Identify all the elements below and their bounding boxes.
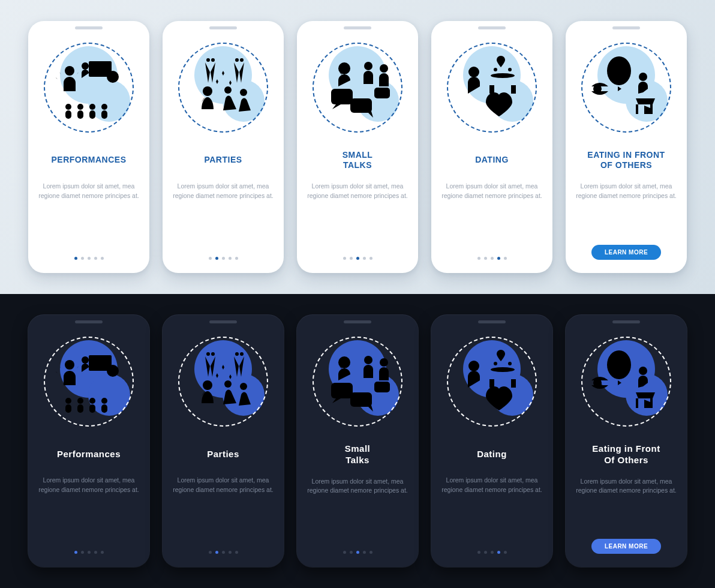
screen-description: Lorem ipsum dolor sit amet, mea regione … <box>307 182 408 201</box>
page-dot[interactable] <box>235 257 238 260</box>
page-dot[interactable] <box>484 551 487 554</box>
onboarding-screen-0: PerformancesLorem ipsum dolor sit amet, … <box>28 315 149 567</box>
page-dot[interactable] <box>356 551 359 554</box>
page-dot[interactable] <box>215 257 218 260</box>
onboarding-screen-1: PartiesLorem ipsum dolor sit amet, mea r… <box>163 315 284 567</box>
page-dots <box>343 551 372 554</box>
parties-icon <box>178 43 268 133</box>
page-dot[interactable] <box>229 551 232 554</box>
page-dot[interactable] <box>209 257 212 260</box>
screen-description: Lorem ipsum dolor sit amet, mea regione … <box>441 476 543 495</box>
phone-notch <box>478 26 506 29</box>
screen-description: Lorem ipsum dolor sit amet, mea regione … <box>172 182 274 201</box>
onboarding-screen-3: DatingLorem ipsum dolor sit amet, mea re… <box>431 315 552 567</box>
phone-notch <box>344 320 371 323</box>
small-talks-icon <box>313 337 402 427</box>
page-dot[interactable] <box>88 551 91 554</box>
learn-more-button[interactable]: LEARN MORE <box>591 539 661 554</box>
screen-title: PERFORMANCES <box>51 149 126 171</box>
page-dot[interactable] <box>94 551 97 554</box>
phone-notch <box>612 320 640 323</box>
screen-title: Performances <box>57 443 121 465</box>
screen-title: Small Talks <box>345 443 371 466</box>
screen-title: EATING IN FRONT OF OTHERS <box>587 149 665 171</box>
phone-notch <box>209 26 237 29</box>
onboarding-screen-2: SMALL TALKSLorem ipsum dolor sit amet, m… <box>297 21 418 273</box>
screen-description: Lorem ipsum dolor sit amet, mea regione … <box>575 477 677 496</box>
page-dot[interactable] <box>497 257 500 260</box>
page-dots <box>209 551 238 554</box>
onboarding-screen-4: Eating in Front Of OthersLorem ipsum dol… <box>566 315 687 567</box>
onboarding-screen-3: DATINGLorem ipsum dolor sit amet, mea re… <box>431 21 552 273</box>
page-dot[interactable] <box>343 257 346 260</box>
page-dot[interactable] <box>74 257 77 260</box>
page-dot[interactable] <box>369 257 372 260</box>
eating-icon <box>581 337 671 427</box>
phone-notch <box>612 26 640 29</box>
onboarding-row-dark: PerformancesLorem ipsum dolor sit amet, … <box>0 294 715 588</box>
onboarding-screen-1: PARTIESLorem ipsum dolor sit amet, mea r… <box>163 21 284 273</box>
page-dot[interactable] <box>222 257 225 260</box>
screen-title: DATING <box>475 149 509 171</box>
eating-icon <box>581 43 671 133</box>
onboarding-row-light: PERFORMANCESLorem ipsum dolor sit amet, … <box>0 0 715 294</box>
page-dots <box>477 257 507 260</box>
page-dots <box>343 257 372 260</box>
page-dot[interactable] <box>363 551 366 554</box>
phone-notch <box>209 320 237 323</box>
screen-description: Lorem ipsum dolor sit amet, mea regione … <box>172 476 274 495</box>
page-dots <box>209 257 238 260</box>
page-dot[interactable] <box>229 257 232 260</box>
page-dot[interactable] <box>363 257 366 260</box>
page-dot[interactable] <box>350 257 353 260</box>
page-dots <box>477 551 507 554</box>
page-dot[interactable] <box>497 551 500 554</box>
screen-title: Eating in Front Of Others <box>592 443 660 466</box>
page-dot[interactable] <box>350 551 353 554</box>
phone-notch <box>344 26 371 29</box>
parties-icon <box>178 337 268 427</box>
page-dot[interactable] <box>491 551 494 554</box>
page-dot[interactable] <box>101 257 104 260</box>
page-dot[interactable] <box>81 551 84 554</box>
page-dots <box>74 551 104 554</box>
page-dot[interactable] <box>215 551 218 554</box>
page-dot[interactable] <box>356 257 359 260</box>
page-dot[interactable] <box>484 257 487 260</box>
page-dot[interactable] <box>477 551 480 554</box>
page-dot[interactable] <box>504 257 507 260</box>
screen-description: Lorem ipsum dolor sit amet, mea regione … <box>575 182 677 201</box>
screen-description: Lorem ipsum dolor sit amet, mea regione … <box>38 182 140 201</box>
page-dot[interactable] <box>504 551 507 554</box>
page-dot[interactable] <box>74 551 77 554</box>
screen-description: Lorem ipsum dolor sit amet, mea regione … <box>307 477 408 496</box>
phone-notch <box>75 26 103 29</box>
screen-title: Parties <box>207 443 239 465</box>
page-dot[interactable] <box>491 257 494 260</box>
screen-title: Dating <box>477 443 507 465</box>
page-dot[interactable] <box>222 551 225 554</box>
learn-more-button[interactable]: LEARN MORE <box>591 245 661 260</box>
page-dots <box>74 257 104 260</box>
phone-notch <box>75 320 103 323</box>
phone-notch <box>478 320 506 323</box>
screen-title: SMALL TALKS <box>343 149 373 171</box>
performances-icon <box>44 43 134 133</box>
page-dot[interactable] <box>343 551 346 554</box>
onboarding-screen-4: EATING IN FRONT OF OTHERSLorem ipsum dol… <box>566 21 687 273</box>
dating-icon <box>447 43 537 133</box>
screen-description: Lorem ipsum dolor sit amet, mea regione … <box>38 476 140 495</box>
page-dot[interactable] <box>209 551 212 554</box>
page-dot[interactable] <box>101 551 104 554</box>
page-dot[interactable] <box>88 257 91 260</box>
onboarding-screen-2: Small TalksLorem ipsum dolor sit amet, m… <box>297 315 418 567</box>
performances-icon <box>44 337 134 427</box>
onboarding-screen-0: PERFORMANCESLorem ipsum dolor sit amet, … <box>28 21 149 273</box>
dating-icon <box>447 337 537 427</box>
page-dot[interactable] <box>369 551 372 554</box>
page-dot[interactable] <box>81 257 84 260</box>
page-dot[interactable] <box>477 257 480 260</box>
page-dot[interactable] <box>94 257 97 260</box>
screen-title: PARTIES <box>204 149 242 171</box>
page-dot[interactable] <box>235 551 238 554</box>
